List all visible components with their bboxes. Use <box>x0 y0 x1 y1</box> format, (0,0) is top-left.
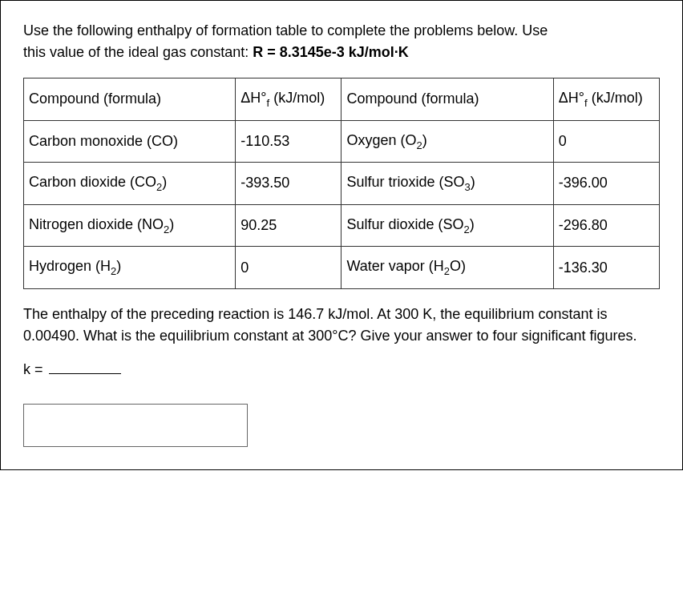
answer-input[interactable] <box>23 404 248 447</box>
cell-value: 90.25 <box>236 204 342 247</box>
cell-compound: Hydrogen (H2) <box>24 247 236 289</box>
intro-line1: Use the following enthalpy of formation … <box>23 22 548 38</box>
cell-value: -110.53 <box>236 120 342 163</box>
cell-value: -136.30 <box>553 247 659 289</box>
cell-compound: Nitrogen dioxide (NO2) <box>24 204 236 247</box>
cell-compound: Sulfur trioxide (SO3) <box>342 163 553 205</box>
header-dhf-right: ΔH°f (kJ/mol) <box>553 79 659 121</box>
header-compound-right: Compound (formula) <box>342 79 553 121</box>
k-label: k = <box>23 361 47 377</box>
table-header-row: Compound (formula) ΔH°f (kJ/mol) Compoun… <box>24 79 660 121</box>
header-compound-left: Compound (formula) <box>24 79 236 121</box>
cell-compound: Carbon monoxide (CO) <box>24 120 236 163</box>
cell-value: -396.00 <box>553 163 659 205</box>
answer-prompt: k = <box>23 361 660 378</box>
problem-container: Use the following enthalpy of formation … <box>0 0 683 470</box>
cell-value: 0 <box>553 120 659 163</box>
cell-compound: Oxygen (O2) <box>342 120 553 163</box>
answer-blank <box>49 373 121 374</box>
table-row: Carbon dioxide (CO2) -393.50 Sulfur trio… <box>24 163 660 205</box>
table-row: Nitrogen dioxide (NO2) 90.25 Sulfur diox… <box>24 204 660 247</box>
cell-compound: Carbon dioxide (CO2) <box>24 163 236 205</box>
table-row: Hydrogen (H2) 0 Water vapor (H2O) -136.3… <box>24 247 660 289</box>
cell-value: -296.80 <box>553 204 659 247</box>
intro-text: Use the following enthalpy of formation … <box>23 20 660 63</box>
cell-compound: Water vapor (H2O) <box>342 247 553 289</box>
cell-value: 0 <box>236 247 342 289</box>
table-row: Carbon monoxide (CO) -110.53 Oxygen (O2)… <box>24 120 660 163</box>
cell-compound: Sulfur dioxide (SO2) <box>342 204 553 247</box>
cell-value: -393.50 <box>236 163 342 205</box>
enthalpy-table: Compound (formula) ΔH°f (kJ/mol) Compoun… <box>23 78 660 289</box>
gas-constant: R = 8.3145e-3 kJ/mol·K <box>253 44 409 60</box>
question-text: The enthalpy of the preceding reaction i… <box>23 304 660 347</box>
header-dhf-left: ΔH°f (kJ/mol) <box>236 79 342 121</box>
intro-line2-pre: this value of the ideal gas constant: <box>23 44 253 60</box>
